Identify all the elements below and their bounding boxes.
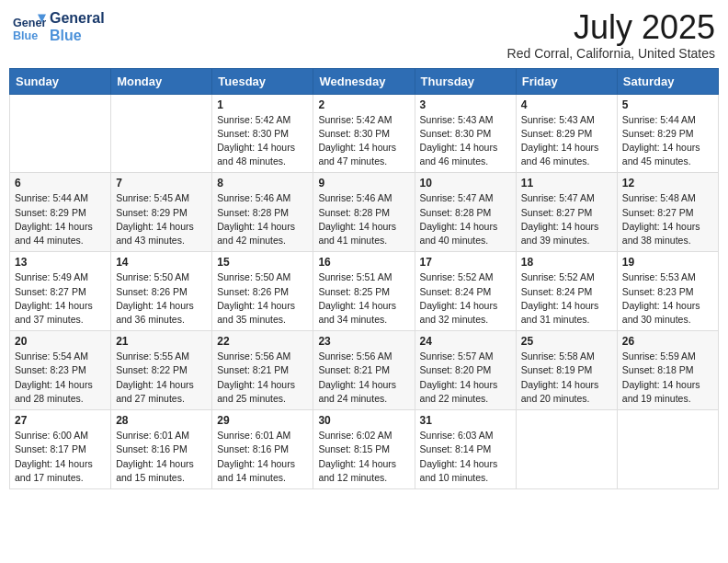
- sunrise-text: Sunrise: 5:55 AM: [116, 350, 207, 363]
- daylight-text: Daylight: 14 hours and 47 minutes.: [318, 141, 409, 168]
- sunset-text: Sunset: 8:27 PM: [622, 206, 713, 220]
- calendar-header-row: SundayMondayTuesdayWednesdayThursdayFrid…: [10, 68, 719, 94]
- daylight-text: Daylight: 14 hours and 36 minutes.: [116, 299, 207, 327]
- calendar-cell: 23Sunrise: 5:56 AMSunset: 8:21 PMDayligh…: [313, 331, 415, 410]
- day-info: Sunrise: 5:46 AMSunset: 8:28 PMDaylight:…: [217, 191, 308, 247]
- header-day-wednesday: Wednesday: [313, 68, 415, 94]
- daylight-text: Daylight: 14 hours and 38 minutes.: [622, 220, 713, 247]
- day-number: 24: [420, 335, 511, 348]
- day-info: Sunrise: 5:57 AMSunset: 8:20 PMDaylight:…: [420, 350, 511, 406]
- day-info: Sunrise: 5:45 AMSunset: 8:29 PMDaylight:…: [116, 191, 207, 247]
- day-info: Sunrise: 6:00 AMSunset: 8:17 PMDaylight:…: [15, 429, 106, 485]
- day-info: Sunrise: 6:02 AMSunset: 8:15 PMDaylight:…: [318, 429, 409, 485]
- calendar-cell: 12Sunrise: 5:48 AMSunset: 8:27 PMDayligh…: [617, 173, 718, 252]
- calendar-week-2: 6Sunrise: 5:44 AMSunset: 8:29 PMDaylight…: [10, 173, 719, 252]
- sunset-text: Sunset: 8:28 PM: [420, 206, 511, 220]
- calendar-cell: 31Sunrise: 6:03 AMSunset: 8:14 PMDayligh…: [415, 410, 516, 489]
- day-info: Sunrise: 6:01 AMSunset: 8:16 PMDaylight:…: [116, 429, 207, 485]
- logo-text: General Blue: [50, 9, 105, 44]
- sunrise-text: Sunrise: 5:54 AM: [15, 350, 106, 363]
- daylight-text: Daylight: 14 hours and 39 minutes.: [521, 220, 612, 247]
- daylight-text: Daylight: 14 hours and 19 minutes.: [622, 378, 713, 406]
- calendar-cell: 26Sunrise: 5:59 AMSunset: 8:18 PMDayligh…: [617, 331, 718, 410]
- calendar-cell: 2Sunrise: 5:42 AMSunset: 8:30 PMDaylight…: [313, 94, 415, 173]
- sunset-text: Sunset: 8:23 PM: [622, 285, 713, 299]
- calendar-cell: 15Sunrise: 5:50 AMSunset: 8:26 PMDayligh…: [212, 252, 313, 331]
- day-info: Sunrise: 5:49 AMSunset: 8:27 PMDaylight:…: [15, 270, 106, 327]
- day-number: 26: [622, 335, 713, 348]
- sunset-text: Sunset: 8:19 PM: [521, 363, 612, 377]
- calendar-week-3: 13Sunrise: 5:49 AMSunset: 8:27 PMDayligh…: [10, 252, 719, 331]
- calendar-cell: 21Sunrise: 5:55 AMSunset: 8:22 PMDayligh…: [111, 331, 212, 410]
- sunrise-text: Sunrise: 5:46 AM: [217, 191, 308, 205]
- daylight-text: Daylight: 14 hours and 12 minutes.: [318, 457, 409, 485]
- header-day-monday: Monday: [111, 68, 212, 94]
- title-area: July 2025 Red Corral, California, United…: [507, 9, 715, 61]
- day-number: 15: [217, 256, 308, 269]
- calendar-cell: 4Sunrise: 5:43 AMSunset: 8:29 PMDaylight…: [516, 94, 617, 173]
- calendar-cell: 8Sunrise: 5:46 AMSunset: 8:28 PMDaylight…: [212, 173, 313, 252]
- day-info: Sunrise: 5:50 AMSunset: 8:26 PMDaylight:…: [116, 270, 207, 327]
- day-info: Sunrise: 5:47 AMSunset: 8:28 PMDaylight:…: [420, 191, 511, 247]
- calendar-cell: 20Sunrise: 5:54 AMSunset: 8:23 PMDayligh…: [10, 331, 111, 410]
- calendar-cell: 24Sunrise: 5:57 AMSunset: 8:20 PMDayligh…: [415, 331, 516, 410]
- sunset-text: Sunset: 8:18 PM: [622, 363, 713, 377]
- sunrise-text: Sunrise: 5:59 AM: [622, 350, 713, 363]
- calendar: SundayMondayTuesdayWednesdayThursdayFrid…: [9, 68, 719, 489]
- day-number: 23: [318, 335, 409, 348]
- day-info: Sunrise: 5:55 AMSunset: 8:22 PMDaylight:…: [116, 350, 207, 406]
- calendar-cell: 14Sunrise: 5:50 AMSunset: 8:26 PMDayligh…: [111, 252, 212, 331]
- sunset-text: Sunset: 8:23 PM: [15, 363, 106, 377]
- sunrise-text: Sunrise: 5:42 AM: [217, 113, 308, 127]
- daylight-text: Daylight: 14 hours and 14 minutes.: [217, 457, 308, 485]
- calendar-week-5: 27Sunrise: 6:00 AMSunset: 8:17 PMDayligh…: [10, 410, 719, 489]
- day-number: 2: [318, 98, 409, 111]
- daylight-text: Daylight: 14 hours and 17 minutes.: [15, 457, 106, 485]
- daylight-text: Daylight: 14 hours and 35 minutes.: [217, 299, 308, 327]
- calendar-cell: [617, 410, 718, 489]
- day-number: 11: [521, 177, 612, 190]
- daylight-text: Daylight: 14 hours and 10 minutes.: [420, 457, 511, 485]
- sunrise-text: Sunrise: 5:49 AM: [15, 270, 106, 284]
- sunrise-text: Sunrise: 5:51 AM: [318, 270, 409, 284]
- sunrise-text: Sunrise: 5:43 AM: [420, 113, 511, 127]
- sunrise-text: Sunrise: 5:48 AM: [622, 191, 713, 205]
- daylight-text: Daylight: 14 hours and 43 minutes.: [116, 220, 207, 247]
- daylight-text: Daylight: 14 hours and 42 minutes.: [217, 220, 308, 247]
- daylight-text: Daylight: 14 hours and 41 minutes.: [318, 220, 409, 247]
- day-info: Sunrise: 5:44 AMSunset: 8:29 PMDaylight:…: [15, 191, 106, 247]
- sunrise-text: Sunrise: 5:43 AM: [521, 113, 612, 127]
- day-info: Sunrise: 5:52 AMSunset: 8:24 PMDaylight:…: [521, 270, 612, 327]
- sunset-text: Sunset: 8:24 PM: [420, 285, 511, 299]
- daylight-text: Daylight: 14 hours and 15 minutes.: [116, 457, 207, 485]
- sunrise-text: Sunrise: 6:03 AM: [420, 429, 511, 442]
- calendar-week-1: 1Sunrise: 5:42 AMSunset: 8:30 PMDaylight…: [10, 94, 719, 173]
- day-info: Sunrise: 5:56 AMSunset: 8:21 PMDaylight:…: [318, 350, 409, 406]
- calendar-cell: 19Sunrise: 5:53 AMSunset: 8:23 PMDayligh…: [617, 252, 718, 331]
- day-number: 5: [622, 98, 713, 111]
- daylight-text: Daylight: 14 hours and 34 minutes.: [318, 299, 409, 327]
- daylight-text: Daylight: 14 hours and 30 minutes.: [622, 299, 713, 327]
- sunset-text: Sunset: 8:29 PM: [116, 206, 207, 220]
- sunrise-text: Sunrise: 5:56 AM: [318, 350, 409, 363]
- sunset-text: Sunset: 8:22 PM: [116, 363, 207, 377]
- calendar-cell: 27Sunrise: 6:00 AMSunset: 8:17 PMDayligh…: [10, 410, 111, 489]
- day-number: 1: [217, 98, 308, 111]
- calendar-week-4: 20Sunrise: 5:54 AMSunset: 8:23 PMDayligh…: [10, 331, 719, 410]
- calendar-cell: [111, 94, 212, 173]
- sunrise-text: Sunrise: 5:57 AM: [420, 350, 511, 363]
- sunrise-text: Sunrise: 5:44 AM: [15, 191, 106, 205]
- day-number: 14: [116, 256, 207, 269]
- day-info: Sunrise: 5:43 AMSunset: 8:29 PMDaylight:…: [521, 113, 612, 169]
- sunset-text: Sunset: 8:30 PM: [420, 127, 511, 141]
- day-number: 22: [217, 335, 308, 348]
- header-day-tuesday: Tuesday: [212, 68, 313, 94]
- calendar-cell: 22Sunrise: 5:56 AMSunset: 8:21 PMDayligh…: [212, 331, 313, 410]
- sunset-text: Sunset: 8:29 PM: [521, 127, 612, 141]
- sunset-text: Sunset: 8:27 PM: [15, 285, 106, 299]
- header: General Blue General Blue July 2025 Red …: [9, 9, 719, 61]
- calendar-cell: 30Sunrise: 6:02 AMSunset: 8:15 PMDayligh…: [313, 410, 415, 489]
- calendar-cell: 28Sunrise: 6:01 AMSunset: 8:16 PMDayligh…: [111, 410, 212, 489]
- calendar-cell: 3Sunrise: 5:43 AMSunset: 8:30 PMDaylight…: [415, 94, 516, 173]
- sunset-text: Sunset: 8:16 PM: [217, 442, 308, 456]
